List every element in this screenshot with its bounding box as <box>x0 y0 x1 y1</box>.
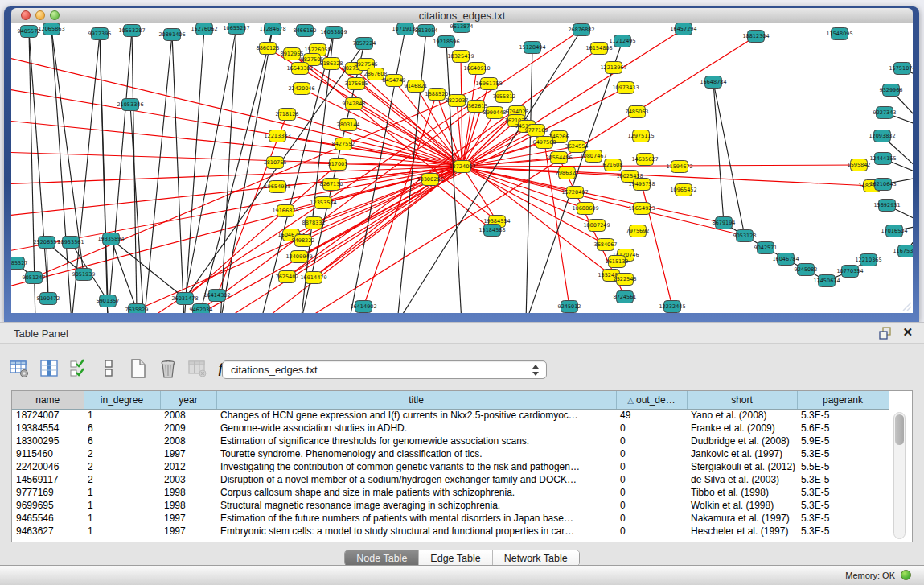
graph-edge[interactable] <box>172 35 184 313</box>
table-cell[interactable]: 1 <box>84 499 160 512</box>
graph-edge[interactable] <box>11 56 462 167</box>
table-cell[interactable]: 6 <box>84 435 160 447</box>
table-cell[interactable]: Structural magnetic resonance image aver… <box>216 499 616 512</box>
table-cell[interactable]: 1 <box>84 486 160 499</box>
table-cell[interactable]: Nakamura et al. (1997) <box>687 512 797 525</box>
table-cell[interactable]: 1998 <box>160 486 216 499</box>
table-cell[interactable]: 49 <box>616 409 687 422</box>
citation-network-graph[interactable]: 1872400788601238912955152260589827505818… <box>11 23 913 313</box>
scrollbar-thumb[interactable] <box>895 414 904 445</box>
table-cell[interactable]: Hescheler et al. (1997) <box>687 525 797 538</box>
graph-edge[interactable] <box>713 82 724 223</box>
table-cell[interactable]: 5.3E-5 <box>797 525 889 538</box>
table-cell[interactable]: Estimation of the future numbers of pati… <box>216 512 616 525</box>
graph-edge[interactable] <box>462 84 489 167</box>
table-cell[interactable]: Wolkin et al. (1998) <box>687 499 797 512</box>
table-cell[interactable]: 5.3E-5 <box>797 409 889 422</box>
table-cell[interactable]: 5.3E-5 <box>797 499 889 512</box>
delete-table-button-disabled[interactable] <box>187 357 209 380</box>
tab-node-table[interactable]: Node Table <box>345 550 419 566</box>
table-cell[interactable]: 2012 <box>160 460 216 473</box>
table-select-dropdown[interactable]: citations_edges.txt <box>222 360 547 379</box>
table-cell[interactable]: 5.5E-5 <box>797 460 889 473</box>
table-cell[interactable]: 9115460 <box>12 447 84 460</box>
table-cell[interactable]: Franke et al. (2009) <box>687 422 797 435</box>
table-cell[interactable]: 22420046 <box>12 460 84 473</box>
table-row[interactable]: 946362711997Embryonic stem cells: a mode… <box>12 525 889 538</box>
window-resize-grip-icon[interactable] <box>900 301 911 311</box>
table-cell[interactable]: Dudbridge et al. (2008) <box>687 435 797 447</box>
table-cell[interactable]: Tibbo et al. (1998) <box>687 486 797 499</box>
table-row[interactable]: 1830029562008Estimation of significance … <box>12 435 889 447</box>
tab-network-table[interactable]: Network Table <box>493 550 579 566</box>
table-cell[interactable]: 2 <box>84 447 160 460</box>
graph-edge[interactable] <box>462 165 859 167</box>
graph-edge[interactable] <box>130 105 144 313</box>
graph-edge[interactable] <box>108 31 132 313</box>
network-canvas[interactable]: 1872400788601238912955152260589827505818… <box>11 23 913 313</box>
table-cell[interactable]: 5.3E-5 <box>797 512 889 525</box>
table-cell[interactable]: de Silva et al. (2003) <box>687 473 797 486</box>
float-panel-icon[interactable] <box>879 327 892 340</box>
table-cell[interactable]: 5.3E-5 <box>797 447 889 460</box>
table-cell[interactable]: 1 <box>84 512 160 525</box>
table-cell[interactable]: 0 <box>616 460 687 473</box>
table-cell[interactable]: 1 <box>84 525 160 538</box>
table-cell[interactable]: 5.3E-5 <box>797 473 889 486</box>
tab-edge-table[interactable]: Edge Table <box>419 550 492 566</box>
table-cell[interactable]: 1997 <box>160 512 216 525</box>
table-cell[interactable]: 1 <box>84 409 160 422</box>
select-columns-button[interactable] <box>68 357 90 380</box>
create-column-button[interactable] <box>127 357 150 380</box>
table-cell[interactable]: 0 <box>616 512 687 525</box>
table-cell[interactable]: 18300295 <box>12 435 84 447</box>
table-cell[interactable]: Tourette syndrome. Phenomenology and cla… <box>216 447 616 460</box>
window-titlebar[interactable]: citations_edges.txt <box>11 8 913 23</box>
column-header-pagerank[interactable]: pagerank <box>797 391 889 409</box>
table-cell[interactable]: 2 <box>84 473 160 486</box>
table-cell[interactable]: 6 <box>84 422 160 435</box>
table-cell[interactable]: 5.3E-5 <box>797 486 889 499</box>
table-cell[interactable]: 2008 <box>160 435 216 447</box>
hide-columns-button[interactable] <box>97 357 120 380</box>
table-cell[interactable]: Jankovic et al. (1997) <box>687 447 797 460</box>
graph-edge[interactable] <box>462 121 516 167</box>
table-cell[interactable]: 0 <box>616 473 687 486</box>
column-header-title[interactable]: title <box>216 391 616 409</box>
column-header-name[interactable]: name <box>12 391 84 409</box>
delete-column-button[interactable] <box>157 357 179 380</box>
table-cell[interactable]: 0 <box>616 447 687 460</box>
column-header-short[interactable]: short <box>687 391 797 409</box>
table-cell[interactable]: 1997 <box>160 447 216 460</box>
column-header-out_de[interactable]: △out_de… <box>616 391 687 409</box>
table-cell[interactable]: 9699695 <box>12 499 84 512</box>
table-cell[interactable]: 2 <box>84 460 160 473</box>
table-cell[interactable]: 0 <box>616 499 687 512</box>
show-column-button[interactable] <box>38 357 60 380</box>
graph-edge[interactable] <box>144 35 172 313</box>
table-cell[interactable]: 0 <box>616 525 687 538</box>
table-cell[interactable]: 0 <box>616 486 687 499</box>
table-cell[interactable]: 2003 <box>160 473 216 486</box>
table-cell[interactable]: 9463627 <box>12 525 84 538</box>
graph-edge[interactable] <box>184 29 204 313</box>
table-cell[interactable]: 1997 <box>160 525 216 538</box>
table-cell[interactable]: 0 <box>616 422 687 435</box>
table-cell[interactable]: 9465546 <box>12 512 84 525</box>
table-options-button[interactable] <box>8 357 31 380</box>
table-row[interactable]: 946554611997Estimation of the future num… <box>12 512 889 525</box>
table-cell[interactable]: 0 <box>616 435 687 447</box>
table-cell[interactable]: 2008 <box>160 409 216 422</box>
table-cell[interactable]: 18724007 <box>12 409 84 422</box>
graph-edge[interactable] <box>201 29 273 310</box>
table-cell[interactable]: 19384554 <box>12 422 84 435</box>
close-panel-icon[interactable]: ✕ <box>902 325 913 340</box>
column-header-in_degree[interactable]: in_degree <box>84 391 160 409</box>
graph-edge[interactable] <box>132 31 137 310</box>
table-cell[interactable]: Embryonic stem cells: a model to study s… <box>216 525 616 538</box>
table-row[interactable]: 969969511998Structural magnetic resonanc… <box>12 499 889 512</box>
table-cell[interactable]: Corpus callosum shape and size in male p… <box>216 486 616 499</box>
table-cell[interactable]: Estimation of significance thresholds fo… <box>216 435 616 447</box>
graph-edge[interactable] <box>713 82 745 236</box>
table-row[interactable]: 977716911998Corpus callosum shape and si… <box>12 486 889 499</box>
